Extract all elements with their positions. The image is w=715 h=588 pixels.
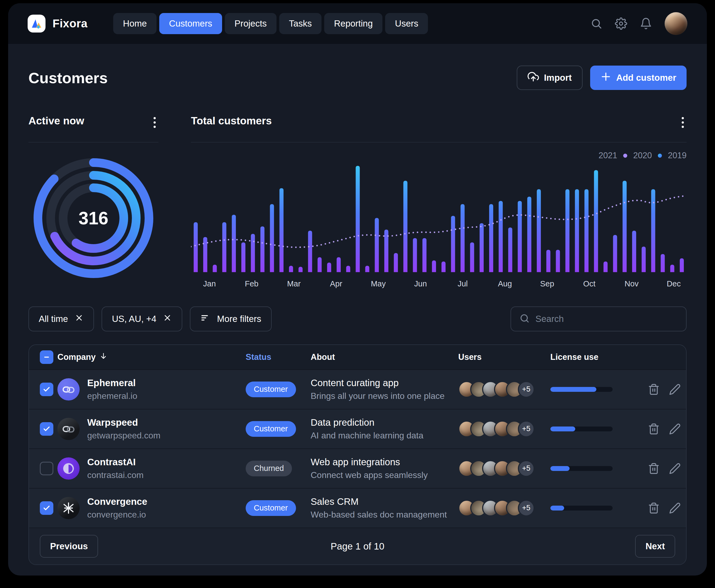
users-avatar-group: +5 [458, 381, 550, 398]
row-checkbox[interactable] [40, 383, 53, 396]
company-domain: contrastai.com [87, 470, 246, 480]
plus-icon [601, 71, 611, 84]
nav-item-users[interactable]: Users [385, 13, 428, 34]
nav-item-tasks[interactable]: Tasks [279, 13, 322, 34]
sort-arrow-down-icon [100, 352, 108, 362]
company-logo-asterisk-icon [58, 497, 80, 519]
company-domain: convergence.io [87, 510, 246, 520]
column-users[interactable]: Users [458, 352, 550, 362]
delete-trash-icon[interactable] [648, 383, 660, 395]
extra-users-badge[interactable]: +5 [518, 421, 535, 437]
status-badge: Customer [246, 500, 296, 516]
previous-button[interactable]: Previous [40, 535, 98, 558]
svg-text:Jan: Jan [203, 279, 216, 288]
kebab-menu-icon[interactable] [679, 115, 687, 130]
search-input[interactable] [536, 314, 678, 324]
upload-cloud-icon [527, 71, 539, 85]
next-button[interactable]: Next [635, 535, 675, 558]
nav-item-customers[interactable]: Customers [159, 13, 222, 34]
filter-chip-us-au-4[interactable]: US, AU, +4 [102, 307, 182, 331]
customers-table: Company Status About Users License use E… [28, 344, 687, 565]
license-use-bar [550, 466, 613, 471]
table-header: Company Status About Users License use [29, 345, 686, 370]
import-button[interactable]: Import [517, 66, 583, 90]
svg-text:Oct: Oct [583, 279, 595, 288]
svg-text:Jun: Jun [414, 279, 427, 288]
table-row-contrastai: ContrastAIcontrastai.comChurnedWeb app i… [29, 449, 686, 488]
active-now-title: Active now [28, 115, 84, 127]
about-title: Data prediction [311, 417, 458, 428]
delete-trash-icon[interactable] [648, 423, 660, 435]
filter-row: All timeUS, AU, +4More filters [28, 307, 687, 331]
search-field[interactable] [511, 307, 687, 331]
company-logo-link-dark-icon [58, 418, 80, 440]
column-license-use[interactable]: License use [550, 352, 648, 362]
brand: Fixora [28, 15, 87, 33]
legend-label-2021: 2021 [599, 151, 617, 161]
edit-pencil-icon[interactable] [669, 463, 681, 475]
about-title: Sales CRM [311, 496, 458, 507]
company-logo-contrast-icon [58, 457, 80, 480]
search-icon[interactable] [590, 18, 602, 29]
about-subtitle: AI and machine learning data [311, 430, 458, 441]
nav-item-home[interactable]: Home [113, 13, 156, 34]
about-subtitle: Web-based sales doc management [311, 510, 458, 520]
users-avatar-group: +5 [458, 460, 550, 477]
svg-text:Dec: Dec [667, 279, 681, 288]
add-customer-button[interactable]: Add customer [590, 66, 687, 90]
about-subtitle: Brings all your news into one place [311, 391, 458, 401]
status-badge: Customer [246, 381, 296, 397]
svg-text:Mar: Mar [287, 279, 301, 288]
active-now-donut-chart: 316 [27, 152, 160, 285]
app-window: Fixora HomeCustomersProjectsTasksReporti… [8, 3, 707, 575]
edit-pencil-icon[interactable] [669, 502, 681, 514]
search-icon [519, 313, 530, 325]
row-checkbox[interactable] [40, 422, 53, 436]
table-row-ephemeral: Ephemeralephemeral.ioCustomerContent cur… [29, 370, 686, 410]
nav-item-reporting[interactable]: Reporting [324, 13, 383, 34]
company-name[interactable]: ContrastAI [87, 457, 246, 467]
filter-chip-more-filters[interactable]: More filters [190, 307, 272, 331]
filter-chip-all-time[interactable]: All time [28, 307, 94, 331]
nav-item-projects[interactable]: Projects [225, 13, 277, 34]
users-avatar-group: +5 [458, 500, 550, 517]
bell-icon[interactable] [640, 17, 652, 30]
svg-text:Sep: Sep [540, 279, 554, 288]
row-checkbox[interactable] [40, 462, 53, 475]
column-company[interactable]: Company [58, 352, 95, 362]
active-now-value: 316 [27, 152, 160, 285]
import-label: Import [544, 72, 572, 83]
users-avatar-group: +5 [458, 421, 550, 437]
svg-text:Nov: Nov [625, 279, 638, 288]
top-bar: Fixora HomeCustomersProjectsTasksReporti… [8, 3, 707, 44]
extra-users-badge[interactable]: +5 [518, 460, 535, 477]
company-name[interactable]: Warpspeed [87, 417, 246, 428]
delete-trash-icon[interactable] [648, 502, 660, 514]
company-name[interactable]: Ephemeral [87, 377, 246, 388]
status-badge: Customer [246, 421, 296, 437]
add-customer-label: Add customer [616, 72, 676, 83]
extra-users-badge[interactable]: +5 [518, 381, 535, 398]
filter-lines-icon [200, 313, 211, 325]
row-checkbox[interactable] [40, 501, 53, 515]
company-name[interactable]: Convergence [87, 496, 246, 507]
legend-dot [658, 154, 662, 158]
kebab-menu-icon[interactable] [151, 115, 158, 130]
select-all-checkbox[interactable] [40, 350, 53, 364]
svg-text:Aug: Aug [498, 279, 512, 288]
extra-users-badge[interactable]: +5 [518, 500, 535, 517]
chip-label: All time [39, 314, 68, 324]
column-about[interactable]: About [311, 352, 458, 362]
delete-trash-icon[interactable] [648, 463, 660, 475]
close-icon[interactable] [163, 313, 172, 324]
edit-pencil-icon[interactable] [669, 383, 681, 395]
chart-legend: 202120202019 [191, 151, 687, 161]
license-use-bar [550, 387, 613, 392]
about-subtitle: Connect web apps seamlessly [311, 470, 458, 480]
total-customers-bar-chart: JanFebMarAprMayJunJulAugSepOctNovDec [191, 162, 687, 290]
close-icon[interactable] [74, 313, 84, 324]
column-status[interactable]: Status [246, 352, 311, 362]
edit-pencil-icon[interactable] [669, 423, 681, 435]
user-avatar[interactable] [665, 12, 687, 35]
gear-icon[interactable] [615, 17, 627, 30]
